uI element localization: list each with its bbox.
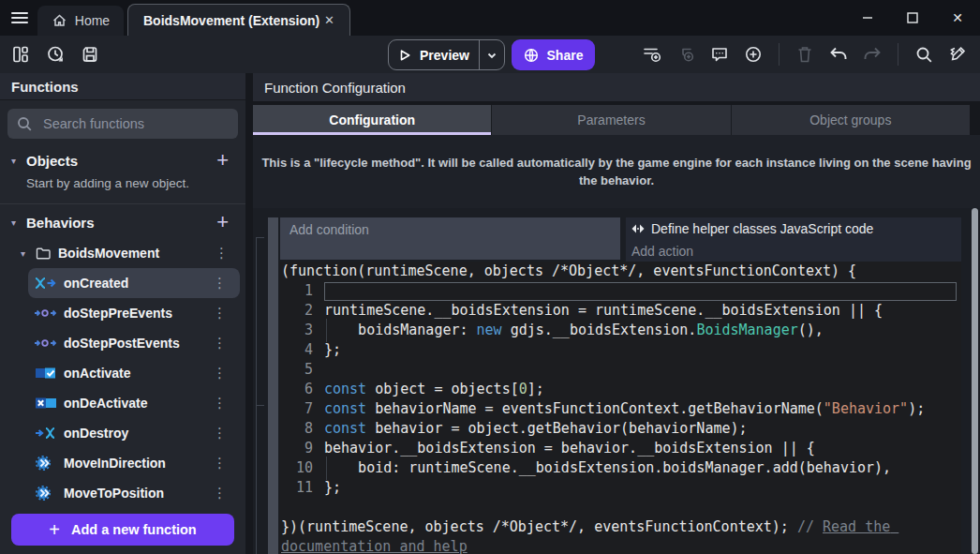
- layout-panels-icon[interactable]: [9, 43, 32, 66]
- event-selection-strip[interactable]: [268, 217, 278, 554]
- main-toolbar: Preview Share: [0, 36, 980, 73]
- preview-button[interactable]: Preview: [388, 39, 505, 70]
- code-line: 8const behavior = object.getBehavior(beh…: [281, 419, 961, 439]
- kebab-menu-icon[interactable]: ⋮: [211, 247, 232, 260]
- add-sub-event-icon[interactable]: [675, 43, 697, 66]
- line-number: 4: [281, 340, 313, 360]
- tab-parameters[interactable]: Parameters: [491, 105, 730, 135]
- code-line: 4};: [281, 340, 961, 360]
- kebab-menu-icon[interactable]: ⋮: [209, 397, 230, 410]
- kebab-menu-icon[interactable]: ⋮: [209, 427, 230, 440]
- collapse-arrow-icon[interactable]: ▾: [21, 248, 32, 259]
- kebab-menu-icon[interactable]: ⋮: [209, 487, 230, 500]
- function-item-MoveInDirection[interactable]: MoveInDirection ⋮: [28, 448, 240, 478]
- code-cursor-line: [324, 282, 957, 301]
- minimize-button[interactable]: [845, 0, 890, 36]
- line-number: 5: [281, 360, 313, 380]
- code-wrapper-close: })(runtimeScene, objects /*Object*/, eve…: [281, 517, 961, 554]
- add-comment-icon[interactable]: [708, 43, 731, 66]
- code-line: 1: [281, 281, 961, 301]
- maximize-button[interactable]: [890, 0, 935, 36]
- add-condition-label: Add condition: [290, 222, 369, 237]
- add-action-cell[interactable]: Add action: [631, 240, 961, 262]
- add-event-icon[interactable]: [641, 43, 663, 66]
- kebab-menu-icon[interactable]: ⋮: [209, 457, 230, 470]
- toolbar-separator: [779, 43, 780, 66]
- gear-icon: [34, 456, 58, 471]
- add-behavior-button[interactable]: +: [213, 213, 232, 232]
- tab-configuration[interactable]: Configuration: [253, 105, 491, 135]
- main-menu-icon[interactable]: [8, 7, 31, 28]
- configuration-tabs: Configuration Parameters Object groups: [253, 105, 970, 135]
- globe-icon: [524, 48, 539, 63]
- toolbar-left-icons: [9, 36, 101, 73]
- function-item-doStepPreEvents[interactable]: doStepPreEvents ⋮: [28, 298, 240, 328]
- code-wrapper-open: (function(runtimeScene, objects /*Object…: [281, 262, 961, 281]
- add-condition-cell[interactable]: Add condition: [280, 217, 620, 260]
- js-code-block[interactable]: (function(runtimeScene, objects /*Object…: [279, 262, 961, 554]
- undo-icon[interactable]: [827, 43, 850, 66]
- share-button[interactable]: Share: [512, 39, 595, 70]
- code-line: 2runtimeScene.__boidsExtension = runtime…: [281, 301, 961, 321]
- preview-options-dropdown[interactable]: [479, 40, 504, 69]
- edit-pen-icon[interactable]: [946, 43, 969, 66]
- editor-tabs: Home BoidsMovement (Extension) ✕: [37, 0, 350, 36]
- code-text: boid: runtimeScene.__boidsExtension.boid…: [324, 458, 891, 478]
- js-event-title: Define helper classes JavaScript code: [651, 221, 873, 236]
- function-item-onDestroy[interactable]: onDestroy ⋮: [28, 418, 240, 448]
- kebab-menu-icon[interactable]: ⋮: [209, 367, 230, 380]
- tab-close-icon[interactable]: ✕: [320, 11, 338, 29]
- tab-home[interactable]: Home: [37, 6, 124, 36]
- tab-object-groups[interactable]: Object groups: [731, 105, 970, 135]
- search-events-icon[interactable]: [913, 43, 935, 66]
- behavior-group-boidsmovement[interactable]: ▾ BoidsMovement ⋮: [0, 238, 245, 268]
- tab-label: Parameters: [577, 112, 645, 127]
- add-new-function-button[interactable]: + Add a new function: [11, 514, 234, 546]
- function-item-doStepPostEvents[interactable]: doStepPostEvents ⋮: [28, 328, 240, 358]
- folder-icon: [36, 247, 51, 260]
- delete-icon[interactable]: [794, 43, 816, 66]
- tab-boidsmovement[interactable]: BoidsMovement (Extension) ✕: [127, 4, 350, 36]
- function-label: MoveToPosition: [64, 486, 164, 501]
- kebab-menu-icon[interactable]: ⋮: [209, 337, 230, 350]
- code-text: const behaviorName = eventsFunctionConte…: [324, 399, 925, 419]
- add-object-button[interactable]: +: [213, 151, 232, 170]
- search-functions-box[interactable]: [7, 109, 238, 139]
- plus-icon: +: [49, 521, 60, 538]
- collapse-arrow-icon[interactable]: ▾: [11, 217, 22, 228]
- function-label: MoveInDirection: [64, 456, 166, 471]
- line-number: 8: [281, 419, 313, 439]
- search-functions-input[interactable]: [41, 115, 229, 132]
- deactivate-icon: [34, 396, 58, 411]
- close-window-button[interactable]: ✕: [935, 0, 980, 36]
- function-label: onDestroy: [64, 426, 128, 441]
- kebab-menu-icon[interactable]: ⋮: [209, 307, 230, 320]
- code-text: const behavior = object.getBehavior(beha…: [324, 419, 748, 439]
- window-controls: ✕: [845, 0, 980, 36]
- save-icon[interactable]: [79, 43, 101, 66]
- collapse-arrow-icon[interactable]: ▾: [11, 156, 22, 166]
- gdevelop-window: Home BoidsMovement (Extension) ✕ ✕: [0, 0, 980, 554]
- function-item-onCreated[interactable]: onCreated ⋮: [28, 268, 240, 298]
- preview-button-main[interactable]: Preview: [389, 40, 479, 69]
- code-text: };: [324, 340, 341, 360]
- functions-panel: Functions ▾ Objects + Start by adding a …: [0, 73, 245, 554]
- function-label: onDeActivate: [64, 396, 147, 411]
- objects-empty-text: Start by adding a new object.: [0, 174, 245, 198]
- vertical-scrollbar[interactable]: [972, 208, 978, 554]
- code-text: boidsManager: new gdjs.__boidsExtension.…: [324, 321, 824, 340]
- version-history-icon[interactable]: [44, 43, 67, 66]
- lifecycle-description-area: This is a "lifecycle method". It will be…: [253, 135, 980, 208]
- gear-icon: [34, 486, 58, 501]
- function-item-onActivate[interactable]: onActivate ⋮: [28, 358, 240, 388]
- function-item-onDeActivate[interactable]: onDeActivate ⋮: [28, 388, 240, 418]
- function-item-MoveToPosition[interactable]: MoveToPosition ⋮: [28, 478, 240, 508]
- code-line: 10 boid: runtimeScene.__boidsExtension.b…: [281, 458, 961, 478]
- js-event-title-row[interactable]: Define helper classes JavaScript code: [631, 217, 961, 240]
- chevron-down-icon: [486, 50, 497, 61]
- add-other-event-icon[interactable]: [742, 43, 765, 66]
- kebab-menu-icon[interactable]: ⋮: [209, 277, 230, 290]
- line-number: 7: [281, 399, 313, 419]
- function-label: doStepPreEvents: [64, 306, 172, 321]
- redo-icon[interactable]: [861, 43, 883, 66]
